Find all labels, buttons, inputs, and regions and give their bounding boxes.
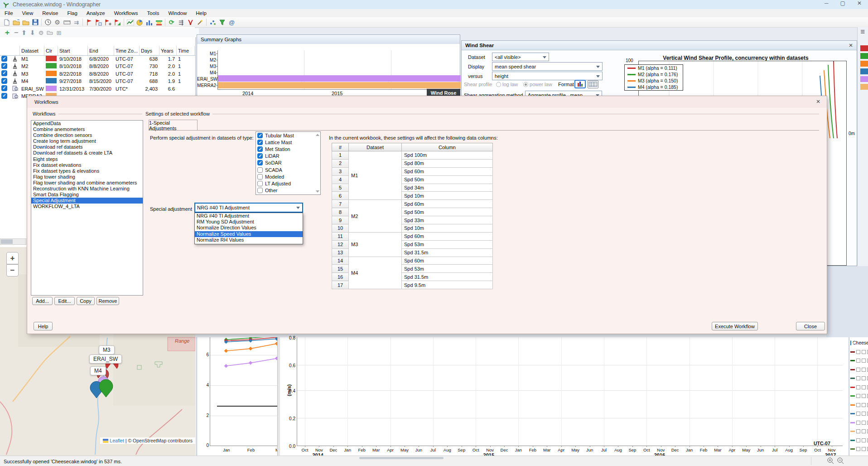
workflow-item[interactable]: Combine direction sensors	[31, 132, 143, 138]
clock-icon[interactable]	[43, 18, 53, 26]
summary-graphs-titlebar[interactable]: Summary Graphs	[197, 35, 460, 44]
workflow-item[interactable]: Reconstruction with KNN Machine Learning	[31, 186, 143, 192]
dataset-type-tubular-mast[interactable]: Tubular Mast	[256, 132, 320, 139]
color-swatch[interactable]	[46, 78, 57, 83]
column-row[interactable]	[849, 418, 868, 427]
filter-icon[interactable]	[217, 18, 227, 26]
append-icon[interactable]: ⇶	[176, 18, 186, 26]
workflow-item[interactable]: Download ref datasets & create LTA	[31, 150, 143, 156]
color-swatch[interactable]	[46, 56, 57, 61]
menu-file[interactable]: File	[0, 10, 18, 16]
dataset-type-modeled[interactable]: Modeled	[256, 173, 320, 180]
tab-special-adjustments[interactable]: 1-Special Adjustments	[149, 120, 198, 131]
dataset-row-ERAI_SW[interactable]: ERAI_SW12/31/20137/30/2020UTC*2,4036.6	[0, 85, 195, 92]
dataset-checkbox[interactable]	[1, 85, 7, 91]
type-checkbox[interactable]	[257, 181, 263, 186]
dropdown-option[interactable]: Normalize Direction Values	[195, 225, 303, 231]
ws-display-combo[interactable]: mean speed shear	[492, 62, 603, 71]
dataset-type-met-station[interactable]: Met Station	[256, 146, 320, 152]
column-checkbox[interactable]	[862, 429, 866, 433]
workflow-item[interactable]: Smart Data Flagging	[31, 192, 143, 198]
dataset-row-M2[interactable]: M28/10/20188/8/2020UTC-077302.01	[0, 63, 195, 70]
wand-icon[interactable]	[195, 18, 205, 26]
wind-shear-close-icon[interactable]: ✕	[849, 42, 853, 49]
workflow-item[interactable]: Create long term adjustment	[31, 138, 143, 144]
column-checkbox[interactable]	[856, 359, 860, 363]
workflow-item[interactable]: Flag tower shading	[31, 174, 143, 180]
menu-analyze[interactable]: Analyze	[82, 10, 110, 16]
summary-bar-MERRA2[interactable]	[218, 82, 461, 88]
maximize-button[interactable]: ▢	[840, 0, 845, 6]
scatter-icon[interactable]	[208, 18, 217, 26]
web-icon[interactable]: @	[227, 18, 236, 26]
ws-dataset-combo[interactable]: <all visible>	[492, 53, 549, 61]
column-checkbox[interactable]	[862, 421, 866, 425]
ws-loglaw-radio[interactable]: log law	[496, 82, 518, 87]
table-row[interactable]: 11M3Spd 60m	[332, 232, 493, 240]
flag-rules-icon[interactable]	[94, 18, 103, 26]
flag-icon[interactable]	[84, 18, 94, 26]
dataset-hscrollbar[interactable]	[0, 238, 26, 245]
flag-add-icon[interactable]	[103, 18, 113, 26]
dropdown-option[interactable]: RM Young SD Adjustment	[195, 219, 303, 225]
list-icon[interactable]: ≣	[860, 28, 865, 35]
col-years[interactable]: Years	[159, 46, 177, 55]
column-checkbox[interactable]	[856, 376, 860, 380]
dataset-type-lt-adjusted[interactable]: LT Adjusted	[256, 180, 320, 187]
workflow-item[interactable]: Fix dataset types & elevations	[31, 168, 143, 174]
refresh-icon[interactable]: ⟳	[167, 18, 176, 26]
column-row[interactable]	[849, 445, 868, 453]
scroll-down-icon[interactable]	[316, 190, 319, 193]
open-file-icon[interactable]	[11, 18, 21, 26]
gear-icon[interactable]: ⚙	[53, 18, 62, 26]
line-chart-icon[interactable]	[125, 18, 135, 26]
menu-help[interactable]: Help	[191, 10, 211, 16]
column-checkbox[interactable]	[856, 394, 860, 398]
map-zoom-in-button[interactable]: +	[6, 252, 19, 264]
zoom-in-icon[interactable]	[827, 457, 834, 466]
color-swatch[interactable]	[46, 63, 57, 68]
ws-versus-combo[interactable]: height	[492, 72, 603, 80]
flag-clear-icon[interactable]	[113, 18, 122, 26]
menu-flag[interactable]: Flag	[63, 10, 82, 16]
menu-workflows[interactable]: Workflows	[110, 10, 143, 16]
table-row[interactable]: 14M4Spd 60m	[332, 257, 493, 265]
color-swatch[interactable]	[46, 71, 57, 76]
column-checkbox[interactable]	[862, 394, 866, 398]
column-checkbox[interactable]	[862, 438, 866, 442]
dataset-type-other[interactable]: Other	[256, 187, 320, 194]
stacked-bars-icon[interactable]	[154, 18, 164, 26]
dataset-type-sodar[interactable]: SoDAR	[256, 160, 320, 166]
remove-dataset-icon[interactable]: −	[14, 29, 18, 37]
type-checkbox[interactable]	[257, 140, 263, 145]
column-checkbox[interactable]	[862, 412, 866, 416]
type-checkbox[interactable]	[257, 160, 263, 165]
dataset-type-lidar[interactable]: LiDAR	[256, 153, 320, 160]
dropdown-option[interactable]: Normalize RH Values	[195, 237, 303, 243]
column-checkbox[interactable]	[862, 403, 866, 407]
column-checkbox[interactable]	[862, 368, 866, 372]
ws-powerlaw-radio[interactable]: power law	[523, 82, 552, 87]
copy-workflow-button[interactable]: Copy	[77, 297, 95, 305]
workbook-checkbox[interactable]	[850, 340, 851, 345]
table-row[interactable]: 1M1Spd 100m	[332, 151, 493, 160]
col-dataset[interactable]: Dataset	[20, 46, 44, 55]
add-dataset-icon[interactable]: ＋	[4, 28, 11, 38]
type-checkbox[interactable]	[257, 167, 263, 173]
column-checkbox[interactable]	[856, 429, 860, 433]
special-adjustment-combo[interactable]: NRG #40 TI Adjustment	[194, 203, 303, 213]
dataset-type-list[interactable]: Tubular MastLattice MastMet StationLiDAR…	[256, 131, 321, 195]
column-checkbox[interactable]	[862, 447, 866, 451]
bar-chart-icon[interactable]	[145, 18, 154, 26]
column-row[interactable]	[849, 374, 868, 383]
edit-workflow-button[interactable]: Edit...	[54, 297, 75, 305]
scroll-up-icon[interactable]	[316, 134, 319, 136]
summary-bar-ERAI_SW[interactable]	[218, 75, 461, 82]
table-row[interactable]: 7M2Spd 60m	[332, 200, 493, 208]
workflows-dialog-titlebar[interactable]: Workflows ✕	[27, 96, 827, 108]
workflow-item[interactable]: Eight steps	[31, 156, 143, 162]
col-start[interactable]: Start	[58, 46, 88, 55]
workbook-row[interactable]: Cheesec	[849, 339, 868, 347]
help-button[interactable]: Help	[34, 322, 53, 330]
workflows-dialog-close-icon[interactable]: ✕	[816, 98, 820, 105]
